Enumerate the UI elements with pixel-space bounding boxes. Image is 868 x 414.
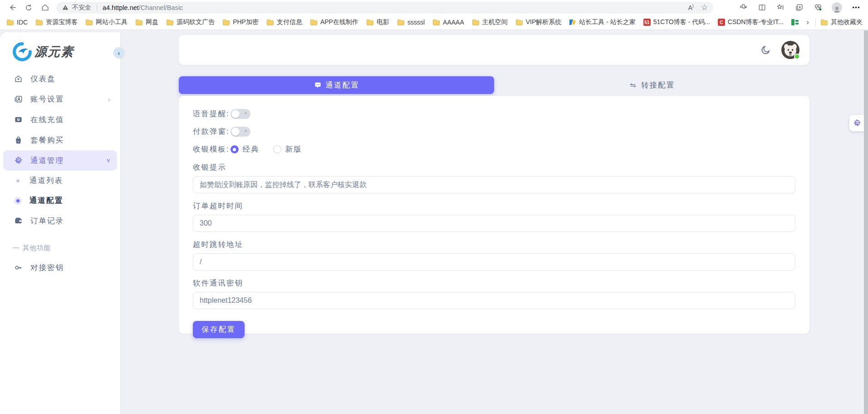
timeout-redirect-input[interactable] <box>193 253 795 271</box>
sidebar-subitem-channel-config[interactable]: 通道配置 <box>0 191 120 211</box>
order-timeout-group: 订单超时时间 <box>193 201 795 232</box>
toggle-off-x-icon: × <box>244 110 247 116</box>
voice-reminder-label: 语音提醒: <box>193 109 230 119</box>
radio-new-version[interactable]: 新版 <box>273 144 302 154</box>
bookmarks-overflow-chevron[interactable]: › <box>804 18 811 27</box>
sidebar-item-api-keys[interactable]: 对接密钥 <box>0 257 120 278</box>
sidebar-item-channel-management[interactable]: 通道管理 ˅ <box>3 150 117 171</box>
bullet-dot-icon <box>16 199 20 202</box>
chevron-down-icon: ˅ <box>107 157 111 164</box>
bookmark-item[interactable]: 支付信息 <box>266 18 302 26</box>
comm-secret-group: 软件通讯密钥 <box>193 278 795 309</box>
sidebar-menu: 仪表盘 账号设置 › 在线充值 套餐购买 通道管理 ˅ 通 <box>0 61 120 278</box>
voice-reminder-toggle[interactable]: × <box>230 109 250 119</box>
other-favorites[interactable]: 其他收藏夹 <box>820 18 863 26</box>
browser-essentials-icon[interactable] <box>813 3 823 12</box>
payment-popup-label: 付款弹窗: <box>193 127 230 137</box>
split-screen-icon[interactable] <box>757 3 767 12</box>
more-menu-icon[interactable]: ⋯ <box>851 3 861 12</box>
back-icon[interactable] <box>7 3 17 13</box>
channel-config-form: 语音提醒: × 付款弹窗: × 收银模板: 经典 新版 <box>179 96 809 334</box>
51cto-icon: 51 <box>643 19 651 26</box>
theme-settings-gear-button[interactable] <box>849 115 864 131</box>
collections-icon[interactable] <box>794 3 804 12</box>
bookmark-item[interactable]: IDC <box>6 19 28 26</box>
bookmark-item[interactable]: 网盘 <box>135 18 158 26</box>
read-aloud-icon[interactable]: A) <box>688 4 693 11</box>
comm-secret-input[interactable] <box>193 292 795 309</box>
home-icon[interactable] <box>40 3 50 13</box>
radio-classic[interactable]: 经典 <box>230 144 260 154</box>
bookmark-item[interactable]: PHP加密 <box>222 18 259 26</box>
bookmarks-separator <box>815 18 816 26</box>
csdn-icon: C <box>718 19 725 26</box>
bookmark-item[interactable]: 站长工具 - 站长之家 <box>569 18 635 26</box>
bookmark-item[interactable]: APP在线制作 <box>310 18 358 26</box>
sidebar-section-other: 其他功能 <box>0 241 120 255</box>
bookmark-item[interactable]: AAAAA <box>432 19 464 26</box>
timeout-redirect-label: 超时跳转地址 <box>193 240 795 250</box>
key-icon <box>14 263 23 272</box>
tab-transfer-config[interactable]: 转接配置 <box>494 76 809 94</box>
bullet-dot-icon <box>16 179 20 182</box>
shopping-bag-icon <box>14 136 23 145</box>
app-page: 源元素 ‹ 仪表盘 账号设置 › 在线充值 套餐购买 通道 <box>0 30 868 414</box>
radio-selected-icon <box>230 145 239 153</box>
order-timeout-input[interactable] <box>193 215 795 232</box>
favorite-star-icon[interactable]: ☆ <box>701 3 708 12</box>
bookmark-item[interactable]: 电影 <box>366 18 389 26</box>
bookmark-item[interactable]: 5151CTO博客 - 代码... <box>643 18 710 26</box>
payment-popup-toggle[interactable]: × <box>230 127 250 137</box>
bookmark-item[interactable]: 资源宝博客 <box>35 18 78 26</box>
bookmark-item[interactable]: VIP解析系统 <box>515 18 562 26</box>
refresh-icon[interactable] <box>24 3 34 13</box>
url-divider <box>97 5 97 11</box>
config-tabs: 通道配置 转接配置 <box>179 76 809 94</box>
url-path: /Channel/Basic <box>139 4 183 11</box>
bookmark-item[interactable]: 网站小工具 <box>85 18 128 26</box>
voice-reminder-row: 语音提醒: × <box>193 108 795 119</box>
save-config-button[interactable]: 保存配置 <box>193 321 245 338</box>
logo-text: 源元素 <box>34 44 74 60</box>
sidebar-collapse-button[interactable]: ‹ <box>113 47 124 58</box>
top-header <box>179 35 809 65</box>
sidebar-item-order-records[interactable]: 订单记录 <box>0 211 120 231</box>
sidebar: 源元素 ‹ 仪表盘 账号设置 › 在线充值 套餐购买 通道 <box>0 32 120 414</box>
bookmark-item[interactable]: CCSDN博客-专业IT... <box>718 18 784 26</box>
chat-bubble-icon <box>314 82 322 89</box>
sidebar-item-recharge[interactable]: 在线充值 <box>0 109 120 130</box>
app-logo: 源元素 <box>0 32 120 61</box>
logo-mark-icon <box>13 42 32 61</box>
cashier-tip-input[interactable] <box>193 176 795 193</box>
bookmarks-bar: IDC 资源宝博客 网站小工具 网盘 源码软文广告 PHP加密 支付信息 APP… <box>0 15 868 30</box>
page-scrollbar[interactable] <box>864 30 868 414</box>
address-bar[interactable]: 不安全 a4.httple.net/Channel/Basic A) ☆ <box>56 2 713 14</box>
dark-mode-moon-icon[interactable] <box>760 44 771 55</box>
section-dash <box>13 247 19 248</box>
sidebar-item-dashboard[interactable]: 仪表盘 <box>0 69 120 89</box>
sidebar-item-account-settings[interactable]: 账号设置 › <box>0 89 120 109</box>
tab-channel-config[interactable]: 通道配置 <box>179 76 494 94</box>
bookmark-item[interactable]: sssssl <box>397 19 425 26</box>
url-host: a4.httple.net <box>103 4 139 11</box>
chevron-right-icon: › <box>108 96 111 103</box>
id-card-icon <box>14 95 23 104</box>
browser-profile-icon[interactable] <box>832 2 842 13</box>
extensions-icon[interactable] <box>739 3 748 12</box>
favorites-icon[interactable] <box>776 3 785 12</box>
bookmark-item[interactable]: 主机空间 <box>472 18 508 26</box>
dashboard-home-icon <box>14 74 23 84</box>
sidebar-item-packages[interactable]: 套餐购买 <box>0 130 120 150</box>
user-avatar[interactable] <box>781 41 799 59</box>
bookmark-item[interactable]: 源码软文广告 <box>166 18 215 26</box>
toggle-knob <box>231 110 240 118</box>
radio-unselected-icon <box>273 145 281 153</box>
toggle-knob <box>231 128 240 136</box>
cashier-template-label: 收银模板: <box>193 144 230 154</box>
browser-toolbar: 不安全 a4.httple.net/Channel/Basic A) ☆ ⋯ <box>0 0 868 15</box>
gear-icon <box>14 156 23 165</box>
recharge-icon <box>14 115 23 124</box>
sidebar-subitem-channel-list[interactable]: 通道列表 <box>0 171 120 191</box>
toggle-off-x-icon: × <box>244 128 247 133</box>
cashier-tip-group: 收银提示 <box>193 163 795 193</box>
